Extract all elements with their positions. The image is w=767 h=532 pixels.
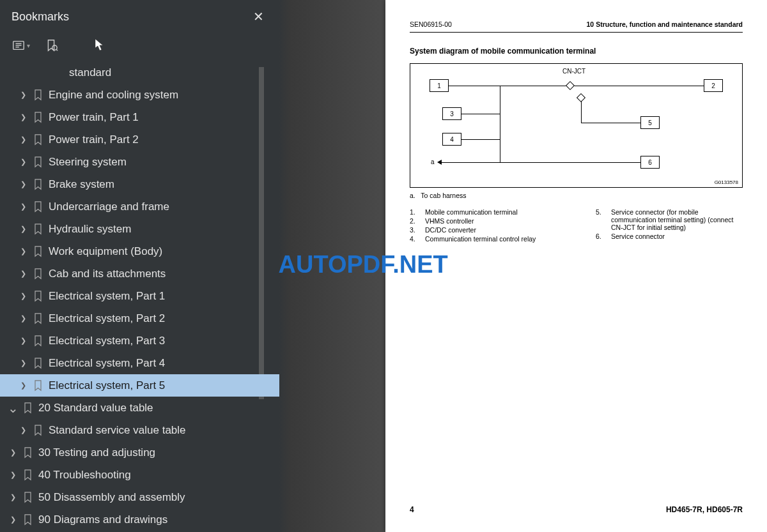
diagram-box-2: 2 [704,79,723,92]
chevron-right-icon[interactable]: ❯ [5,471,20,479]
bookmark-item[interactable]: ❯Electrical system, Part 4 [0,352,279,374]
legend-row: 6.Service connector [596,232,743,240]
diagram-wire [461,139,500,140]
bookmark-label: Power train, Part 1 [49,111,139,124]
chevron-right-icon[interactable]: ❯ [15,202,31,211]
bookmark-item[interactable]: ❯Electrical system, Part 5 [0,374,279,397]
bookmark-ribbon-icon [31,134,45,146]
bookmark-ribbon-icon [31,89,45,101]
bookmark-item[interactable]: ❯Power train, Part 2 [0,128,279,151]
close-icon[interactable]: ✕ [249,8,268,26]
bookmark-item[interactable]: ❯Undercarriage and frame [0,195,279,218]
legend-text: Communication terminal control relay [425,235,536,243]
sidebar-header: Bookmarks ✕ [0,0,279,32]
legend-text: Service connector (for mobile communicat… [611,208,743,231]
chevron-right-icon[interactable]: ❯ [15,180,31,188]
chevron-right-icon[interactable]: ❯ [15,135,31,144]
bookmark-label: Steering system [49,156,127,169]
chevron-down-icon[interactable]: ⌄ [5,405,20,411]
chevron-right-icon[interactable]: ❯ [15,270,31,278]
bookmark-label: Hydraulic system [49,223,131,236]
legend-text: Service connector [611,232,665,240]
chapter-title: 10 Structure, function and maintenance s… [587,20,743,28]
chevron-right-icon[interactable]: ❯ [5,448,20,457]
bookmark-item[interactable]: ❯Steering system [0,151,279,173]
bookmark-item[interactable]: standard [0,61,279,84]
chevron-right-icon[interactable]: ❯ [15,426,31,434]
bookmark-ribbon-icon [20,514,35,526]
bookmark-label: Work equipment (Body) [49,245,162,258]
bookmark-label: Brake system [49,178,114,191]
svg-line-5 [56,49,58,50]
chevron-right-icon[interactable]: ❯ [15,91,31,99]
bookmark-item[interactable]: ❯Electrical system, Part 1 [0,285,279,307]
bookmark-label: Electrical system, Part 2 [49,312,165,325]
chevron-right-icon[interactable]: ❯ [15,113,31,121]
bookmark-ribbon-icon [31,313,45,324]
chevron-right-icon[interactable]: ❯ [5,515,20,524]
chevron-right-icon[interactable]: ❯ [15,225,31,233]
bookmark-label: Engine and cooling system [49,89,178,102]
bookmark-item[interactable]: ❯Electrical system, Part 2 [0,307,279,330]
bookmark-item[interactable]: ❯50 Disassembly and assembly [0,486,279,508]
bookmark-label: Cab and its attachments [49,268,166,280]
bookmark-ribbon-icon [31,358,45,369]
bookmark-ribbon-icon [20,469,35,481]
section-title: System diagram of mobile communication t… [410,47,743,56]
legend-right: 5.Service connector (for mobile communic… [596,208,743,243]
bookmark-item[interactable]: ❯Cab and its attachments [0,262,279,285]
bookmark-item[interactable]: ❯40 Troubleshooting [0,464,279,486]
chevron-right-icon[interactable]: ❯ [15,381,31,390]
bookmark-item[interactable]: ❯90 Diagrams and drawings [0,508,279,531]
bookmark-item[interactable]: ❯30 Testing and adjusting [0,441,279,464]
find-bookmark-icon[interactable] [44,38,58,52]
connector-icon [566,81,575,90]
legend-row: 1.Mobile communication terminal [410,208,536,216]
bookmark-label: 50 Disassembly and assembly [38,491,185,504]
chevron-right-icon[interactable]: ❯ [15,292,31,300]
system-diagram: CN-JCT 1 2 3 4 5 6 a G0133578 [410,63,743,188]
bookmark-label: Electrical system, Part 4 [49,357,165,370]
bookmark-item[interactable]: ❯Power train, Part 1 [0,106,279,128]
chevron-right-icon[interactable]: ❯ [15,337,31,345]
chevron-down-icon: ▾ [27,42,30,49]
bookmark-item[interactable]: ❯Engine and cooling system [0,84,279,106]
legend-num: 3. [410,226,419,234]
legend-left: 1.Mobile communication terminal2.VHMS co… [410,208,536,243]
chevron-right-icon[interactable]: ❯ [5,493,20,501]
bookmark-label: 90 Diagrams and drawings [38,513,167,526]
options-menu-icon[interactable]: ▾ [12,38,30,52]
bookmark-ribbon-icon [20,402,35,414]
bookmark-ribbon-icon [31,380,45,391]
bookmark-ribbon-icon [20,447,35,459]
diagram-wire [441,162,640,163]
chevron-right-icon[interactable]: ❯ [15,158,31,166]
bookmark-item[interactable]: ⌄20 Standard value table [0,397,279,419]
bookmark-item[interactable]: ❯Brake system [0,173,279,195]
note-text: To cab harness [421,192,466,199]
legend-num: 2. [410,217,419,225]
bookmark-ribbon-icon [31,112,45,123]
legend-text: VHMS controller [425,217,474,225]
bookmark-item[interactable]: ❯Work equipment (Body) [0,240,279,262]
chevron-right-icon[interactable]: ❯ [15,314,31,323]
diagram-box-1: 1 [430,79,449,92]
bookmark-tree[interactable]: standard❯Engine and cooling system❯Power… [0,61,279,532]
bookmark-label: Electrical system, Part 1 [49,290,165,303]
bookmark-item[interactable]: ❯Hydraulic system [0,218,279,240]
diagram-wire [581,101,582,123]
bookmark-item[interactable]: ❯Standard service value table [0,419,279,441]
chevron-right-icon[interactable]: ❯ [15,359,31,367]
bookmark-ribbon-icon [31,201,45,213]
diagram-box-3: 3 [442,107,461,120]
chevron-right-icon[interactable]: ❯ [15,247,31,255]
bookmark-ribbon-icon [31,179,45,190]
diagram-wire [581,123,640,123]
bookmark-item[interactable]: ❯Electrical system, Part 3 [0,330,279,352]
page-header: SEN06915-00 10 Structure, function and m… [410,20,743,31]
bookmark-label: 30 Testing and adjusting [38,446,155,459]
legend-num: 5. [596,208,605,231]
legend-text: Mobile communication terminal [425,208,518,216]
legend-num: 4. [410,235,419,243]
bookmark-ribbon-icon [31,224,45,235]
